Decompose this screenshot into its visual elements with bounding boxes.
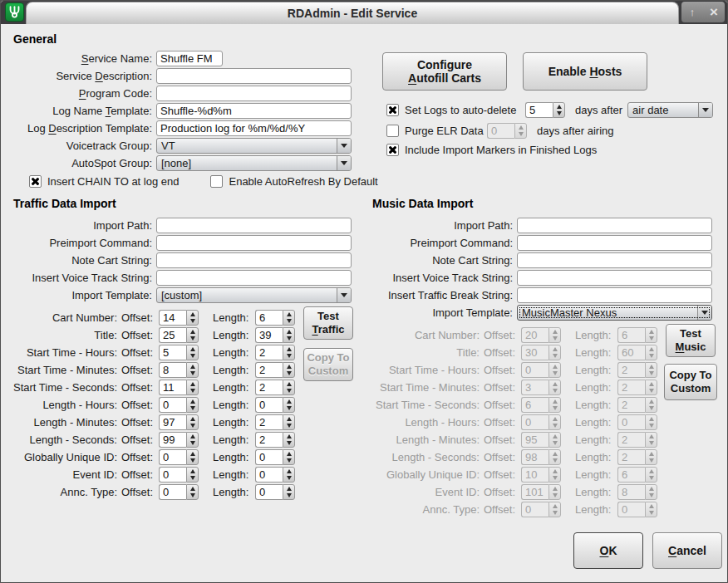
spin-up-icon[interactable] — [283, 450, 294, 458]
traffic-cart-number-offset-spinbox[interactable] — [159, 310, 199, 326]
length-input[interactable] — [255, 362, 283, 378]
traffic-event-id-offset-spinbox[interactable] — [159, 467, 199, 483]
spin-arrows[interactable] — [283, 327, 295, 343]
length-input[interactable] — [255, 397, 283, 413]
spin-up-icon[interactable] — [283, 328, 294, 336]
spin-down-icon[interactable] — [553, 110, 564, 118]
spin-arrows[interactable] — [186, 345, 199, 360]
offset-input[interactable] — [159, 414, 186, 430]
titlebar[interactable]: RDAdmin - Edit Service ↑ × — [1, 1, 727, 24]
spin-down-icon[interactable] — [283, 405, 294, 413]
voicetrack-group-select[interactable]: VT — [156, 138, 352, 154]
traffic-title-length-spinbox[interactable] — [255, 327, 295, 343]
spin-down-icon[interactable] — [187, 318, 198, 326]
spin-arrows[interactable] — [283, 484, 295, 500]
traffic-import-path-input[interactable] — [156, 218, 352, 233]
spin-arrows[interactable] — [283, 467, 295, 483]
traffic-event-id-length-spinbox[interactable] — [255, 467, 295, 483]
length-input[interactable] — [255, 345, 283, 360]
length-input[interactable] — [255, 449, 283, 465]
offset-input[interactable] — [159, 362, 186, 378]
spin-arrows[interactable] — [283, 449, 295, 465]
log-name-template-input[interactable] — [156, 103, 352, 119]
traffic-cart-number-length-spinbox[interactable] — [255, 310, 295, 326]
close-window-icon[interactable]: × — [703, 2, 725, 22]
spin-arrows[interactable] — [553, 102, 565, 118]
spin-arrows[interactable] — [283, 432, 295, 448]
spin-arrows[interactable] — [186, 397, 199, 413]
spin-up-icon[interactable] — [187, 450, 198, 458]
traffic-length-seconds-offset-spinbox[interactable] — [159, 432, 199, 448]
spin-up-icon[interactable] — [187, 433, 198, 440]
traffic-note-cart-string-input[interactable] — [156, 252, 352, 268]
enable-autorefresh-checkbox[interactable] — [210, 175, 223, 188]
traffic-title-offset-spinbox[interactable] — [159, 327, 199, 343]
traffic-annc-type-length-spinbox[interactable] — [255, 484, 295, 500]
service-name-input[interactable] — [156, 51, 223, 66]
music-insert-traffic-break-string-input[interactable] — [517, 287, 712, 303]
music-preimport-command-input[interactable] — [517, 235, 712, 251]
program-code-input[interactable] — [156, 86, 352, 101]
spin-arrows[interactable] — [283, 414, 295, 430]
traffic-length-minutes-offset-spinbox[interactable] — [159, 414, 199, 430]
traffic-length-seconds-length-spinbox[interactable] — [255, 432, 295, 448]
spin-up-icon[interactable] — [187, 415, 198, 423]
length-input[interactable] — [255, 414, 283, 430]
spin-down-icon[interactable] — [283, 388, 294, 395]
traffic-start-time-hours-length-spinbox[interactable] — [255, 345, 295, 360]
traffic-insert-voice-track-string-input[interactable] — [156, 270, 352, 286]
service-description-input[interactable] — [156, 68, 352, 84]
traffic-length-hours-length-spinbox[interactable] — [255, 397, 295, 413]
spin-down-icon[interactable] — [187, 458, 198, 465]
spin-down-icon[interactable] — [187, 370, 198, 378]
spin-down-icon[interactable] — [283, 492, 294, 500]
autospot-group-select[interactable]: [none] — [156, 155, 352, 171]
spin-down-icon[interactable] — [283, 458, 294, 465]
configure-autofill-carts-button[interactable]: Configure Autofill Carts — [382, 52, 507, 91]
ok-button[interactable]: OK — [573, 532, 643, 569]
music-note-cart-string-input[interactable] — [517, 252, 712, 268]
length-input[interactable] — [255, 467, 283, 483]
offset-input[interactable] — [159, 449, 186, 465]
spin-down-icon[interactable] — [187, 475, 198, 483]
log-description-template-input[interactable] — [156, 120, 352, 136]
test-traffic-button[interactable]: Test Traffic — [303, 306, 353, 340]
spin-arrows[interactable] — [186, 362, 199, 378]
spin-up-icon[interactable] — [283, 345, 294, 353]
spin-up-icon[interactable] — [187, 345, 198, 353]
spin-down-icon[interactable] — [187, 353, 198, 360]
offset-input[interactable] — [159, 345, 186, 360]
test-music-button[interactable]: Test Music — [666, 324, 716, 357]
length-input[interactable] — [255, 327, 283, 343]
spin-up-icon[interactable] — [187, 328, 198, 336]
spin-down-icon[interactable] — [283, 336, 294, 343]
offset-input[interactable] — [159, 467, 186, 483]
spin-down-icon[interactable] — [187, 440, 198, 448]
auto-delete-checkbox[interactable] — [386, 104, 399, 116]
spin-arrows[interactable] — [283, 345, 295, 360]
spin-up-icon[interactable] — [187, 363, 198, 370]
spin-down-icon[interactable] — [283, 353, 294, 360]
spin-down-icon[interactable] — [187, 423, 198, 430]
spin-up-icon[interactable] — [283, 380, 294, 388]
length-input[interactable] — [255, 380, 283, 395]
spin-up-icon[interactable] — [187, 468, 198, 475]
length-input[interactable] — [255, 484, 283, 500]
traffic-import-template-select[interactable]: [custom] — [156, 287, 352, 303]
traffic-start-time-seconds-offset-spinbox[interactable] — [159, 380, 199, 395]
spin-up-icon[interactable] — [187, 311, 198, 318]
spin-up-icon[interactable] — [283, 468, 294, 475]
traffic-start-time-hours-offset-spinbox[interactable] — [159, 345, 199, 360]
offset-input[interactable] — [159, 484, 186, 500]
traffic-length-minutes-length-spinbox[interactable] — [255, 414, 295, 430]
import-markers-checkbox[interactable] — [386, 144, 399, 156]
spin-up-icon[interactable] — [187, 485, 198, 492]
spin-down-icon[interactable] — [283, 370, 294, 378]
spin-arrows[interactable] — [186, 484, 199, 500]
spin-up-icon[interactable] — [187, 380, 198, 388]
spin-down-icon[interactable] — [283, 423, 294, 430]
spin-up-icon[interactable] — [283, 415, 294, 423]
spin-arrows[interactable] — [186, 414, 199, 430]
traffic-start-time-minutes-offset-spinbox[interactable] — [159, 362, 199, 378]
purge-elr-checkbox[interactable] — [386, 125, 399, 137]
